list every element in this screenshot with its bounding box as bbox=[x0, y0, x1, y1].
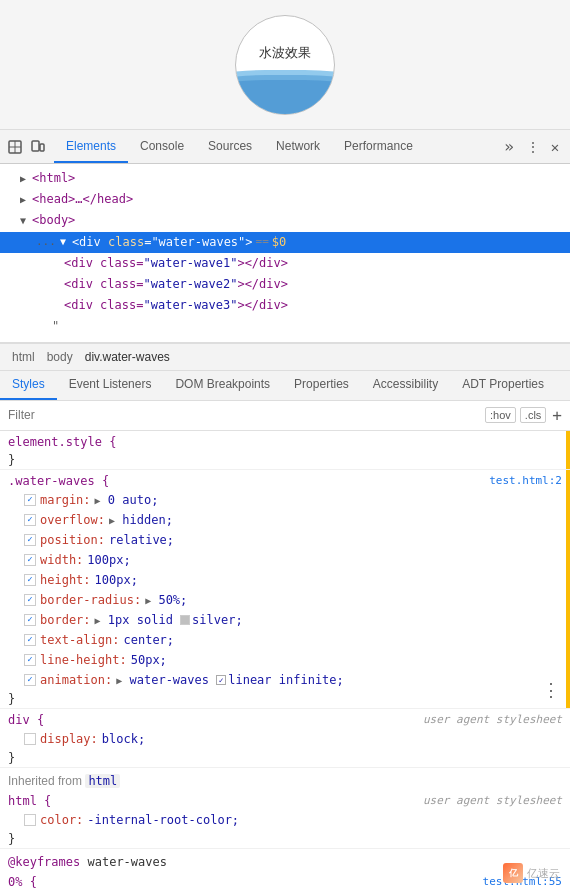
tab-performance[interactable]: Performance bbox=[332, 130, 425, 163]
prop-border-radius: border-radius: ▶ 50%; bbox=[0, 590, 570, 610]
triangle-border[interactable]: ▶ bbox=[95, 615, 101, 626]
tree-html[interactable]: ▶ <html> bbox=[0, 168, 570, 189]
rule-menu[interactable]: ⋮ bbox=[542, 679, 562, 700]
checkbox-border[interactable] bbox=[24, 614, 36, 626]
keyframe-0pct-rule: 0% { test.html:55 transform: rotate(0deg… bbox=[0, 871, 570, 894]
checkbox-height[interactable] bbox=[24, 574, 36, 586]
tab-adt-properties[interactable]: ADT Properties bbox=[450, 371, 556, 400]
tab-network[interactable]: Network bbox=[264, 130, 332, 163]
settings-icon[interactable]: ⋮ bbox=[524, 138, 542, 156]
tree-wave3[interactable]: <div class="water-wave3"></div> bbox=[0, 295, 570, 316]
watermark: 亿 亿速云 bbox=[503, 863, 560, 883]
div-selector: div { bbox=[8, 713, 44, 727]
color-swatch-silver[interactable] bbox=[180, 615, 190, 625]
styles-content: :hov .cls + element.style { } .water-wav… bbox=[0, 401, 570, 894]
keyframes-name: water-waves bbox=[87, 855, 166, 869]
preview-area: 水波效果 bbox=[0, 0, 570, 130]
tab-styles[interactable]: Styles bbox=[0, 371, 57, 400]
tree-quote: " bbox=[0, 316, 570, 337]
prop-name-border: border: bbox=[40, 611, 91, 629]
water-waves-demo: 水波效果 bbox=[235, 15, 335, 115]
breadcrumb-html[interactable]: html bbox=[8, 348, 39, 366]
checkbox-display[interactable] bbox=[24, 733, 36, 745]
breadcrumb-water-waves[interactable]: div.water-waves bbox=[81, 348, 174, 366]
preview-label: 水波效果 bbox=[236, 44, 334, 62]
prop-line-height: line-height: 50px; bbox=[0, 650, 570, 670]
triangle-water-waves: ▼ bbox=[60, 234, 72, 250]
checkbox-border-radius[interactable] bbox=[24, 594, 36, 606]
devtools-toolbar: Elements Console Sources Network Perform… bbox=[0, 130, 570, 164]
tab-elements[interactable]: Elements bbox=[54, 130, 128, 163]
tab-console[interactable]: Console bbox=[128, 130, 196, 163]
tab-sources[interactable]: Sources bbox=[196, 130, 264, 163]
device-toolbar-icon[interactable] bbox=[28, 138, 46, 156]
triangle-border-radius[interactable]: ▶ bbox=[145, 595, 151, 606]
checkbox-color[interactable] bbox=[24, 814, 36, 826]
add-style-button[interactable]: + bbox=[552, 406, 562, 425]
prop-animation: animation: ▶ water-waves ✓linear infinit… bbox=[0, 670, 570, 690]
inherited-tag: html bbox=[85, 774, 120, 788]
div-rule-header: div { user agent stylesheet bbox=[0, 709, 570, 729]
prop-border: border: ▶ 1px solid silver; bbox=[0, 610, 570, 630]
element-style-selector: element.style { bbox=[8, 435, 116, 449]
checkbox-animation[interactable] bbox=[24, 674, 36, 686]
prop-val-text-align: center; bbox=[123, 631, 174, 649]
tree-wave1[interactable]: <div class="water-wave1"></div> bbox=[0, 253, 570, 274]
three-dot-icon[interactable]: ⋮ bbox=[542, 679, 562, 700]
prop-name-color: color: bbox=[40, 811, 83, 829]
tree-wave2[interactable]: <div class="water-wave2"></div> bbox=[0, 274, 570, 295]
prop-val-display: block; bbox=[102, 730, 145, 748]
triangle-html: ▶ bbox=[20, 171, 32, 187]
html-tree: ▶ <html> ▶ <head>…</head> ▼ <body> ... ▼… bbox=[0, 164, 570, 342]
prop-val-animation: ▶ water-waves ✓linear infinite; bbox=[116, 671, 344, 689]
triangle-animation[interactable]: ▶ bbox=[116, 675, 122, 686]
svg-rect-3 bbox=[32, 141, 39, 151]
tag-html: <html> bbox=[32, 169, 75, 188]
triangle-overflow[interactable]: ▶ bbox=[109, 515, 115, 526]
filter-input[interactable] bbox=[8, 408, 479, 422]
element-style-header: element.style { bbox=[0, 431, 570, 451]
tab-event-listeners[interactable]: Event Listeners bbox=[57, 371, 164, 400]
prop-name-animation: animation: bbox=[40, 671, 112, 689]
prop-display: display: block; bbox=[0, 729, 570, 749]
triangle-margin[interactable]: ▶ bbox=[95, 495, 101, 506]
keyframe-0pct-header: 0% { test.html:55 bbox=[0, 871, 570, 891]
more-tabs-button[interactable]: » bbox=[498, 137, 520, 156]
checkbox-margin[interactable] bbox=[24, 494, 36, 506]
checkbox-inline-animation[interactable]: ✓ bbox=[216, 675, 226, 685]
tab-dom-breakpoints[interactable]: DOM Breakpoints bbox=[163, 371, 282, 400]
at-keyword: @keyframes bbox=[8, 855, 80, 869]
checkbox-width[interactable] bbox=[24, 554, 36, 566]
keyframe-0pct-selector: 0% { bbox=[8, 875, 37, 889]
breadcrumb-body[interactable]: body bbox=[43, 348, 77, 366]
checkbox-overflow[interactable] bbox=[24, 514, 36, 526]
hov-badge[interactable]: :hov bbox=[485, 407, 516, 423]
water-waves-source[interactable]: test.html:2 bbox=[489, 474, 562, 487]
prop-val-line-height: 50px; bbox=[131, 651, 167, 669]
tree-body[interactable]: ▼ <body> bbox=[0, 210, 570, 231]
text-quote: " bbox=[52, 317, 59, 336]
tree-head[interactable]: ▶ <head>…</head> bbox=[0, 189, 570, 210]
close-icon[interactable]: ✕ bbox=[546, 138, 564, 156]
water-waves-rule: .water-waves { test.html:2 margin: ▶ 0 a… bbox=[0, 470, 570, 709]
svg-rect-4 bbox=[40, 144, 44, 151]
accent-bar-1 bbox=[566, 431, 570, 469]
cls-badge[interactable]: .cls bbox=[520, 407, 547, 423]
checkbox-position[interactable] bbox=[24, 534, 36, 546]
wave-container bbox=[236, 60, 334, 114]
cursor-icon[interactable] bbox=[6, 138, 24, 156]
watermark-text: 亿速云 bbox=[527, 866, 560, 881]
div-rule-close: } bbox=[0, 749, 570, 767]
prop-name-display: display: bbox=[40, 730, 98, 748]
element-style-close: } bbox=[0, 451, 570, 469]
checkbox-text-align[interactable] bbox=[24, 634, 36, 646]
tag-head: <head>…</head> bbox=[32, 190, 133, 209]
prop-val-border-radius: ▶ 50%; bbox=[145, 591, 187, 609]
tab-properties[interactable]: Properties bbox=[282, 371, 361, 400]
prop-text-align: text-align: center; bbox=[0, 630, 570, 650]
prop-name-height: height: bbox=[40, 571, 91, 589]
div-rule: div { user agent stylesheet display: blo… bbox=[0, 709, 570, 768]
tab-accessibility[interactable]: Accessibility bbox=[361, 371, 450, 400]
tree-water-waves[interactable]: ... ▼ <div class="water-waves"> == $0 bbox=[0, 232, 570, 253]
checkbox-line-height[interactable] bbox=[24, 654, 36, 666]
